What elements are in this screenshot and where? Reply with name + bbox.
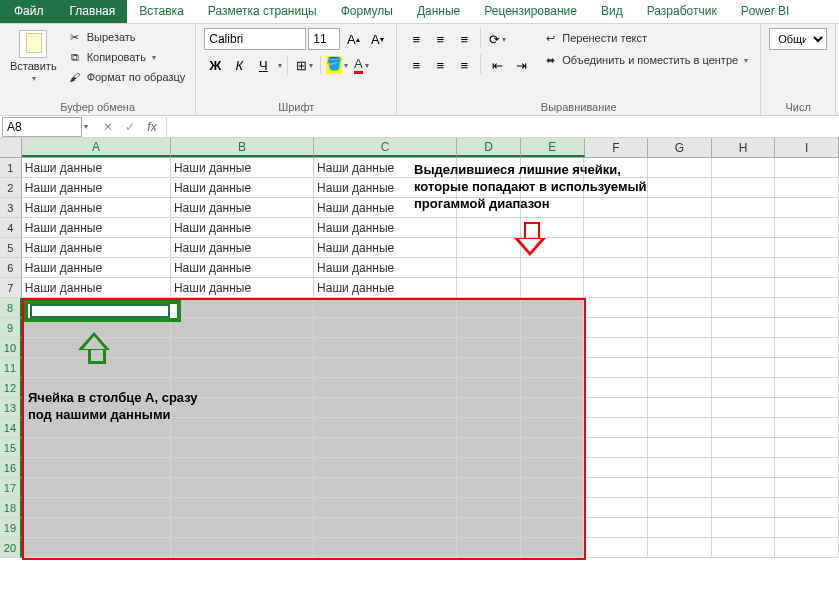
row-header[interactable]: 12: [0, 378, 22, 398]
decrease-font-button[interactable]: A▾: [366, 28, 388, 50]
cell[interactable]: [584, 418, 648, 438]
cell[interactable]: [584, 358, 648, 378]
cell[interactable]: [712, 398, 776, 418]
cell[interactable]: Наши данные: [171, 198, 314, 218]
cell[interactable]: [521, 318, 585, 338]
cell[interactable]: [648, 258, 712, 278]
cell[interactable]: [457, 498, 521, 518]
tab-powerbi[interactable]: Power BI: [729, 0, 802, 23]
cell[interactable]: [712, 158, 776, 178]
row-header[interactable]: 6: [0, 258, 22, 278]
cell[interactable]: Наши данные: [22, 198, 171, 218]
cell[interactable]: [648, 378, 712, 398]
cell[interactable]: [712, 458, 776, 478]
cell[interactable]: [712, 358, 776, 378]
increase-indent-button[interactable]: ⇥: [510, 54, 532, 76]
align-middle-button[interactable]: ≡: [429, 28, 451, 50]
cell[interactable]: [648, 418, 712, 438]
cell[interactable]: [171, 338, 314, 358]
cell[interactable]: [648, 278, 712, 298]
cell[interactable]: [171, 538, 314, 558]
cell[interactable]: [171, 298, 314, 318]
cell[interactable]: Наши данные: [22, 258, 171, 278]
chevron-down-icon[interactable]: ▾: [84, 122, 88, 131]
cell[interactable]: [775, 218, 839, 238]
cell[interactable]: [648, 318, 712, 338]
cell[interactable]: [314, 538, 457, 558]
cell[interactable]: [314, 338, 457, 358]
cell[interactable]: [457, 458, 521, 478]
cell[interactable]: [521, 478, 585, 498]
row-header[interactable]: 8: [0, 298, 22, 318]
cell[interactable]: [648, 298, 712, 318]
cell[interactable]: [648, 218, 712, 238]
row-header[interactable]: 4: [0, 218, 22, 238]
cell[interactable]: [648, 398, 712, 418]
wrap-text-button[interactable]: ↩ Перенести текст: [538, 28, 752, 48]
cell[interactable]: [775, 438, 839, 458]
italic-button[interactable]: К: [228, 54, 250, 76]
align-top-button[interactable]: ≡: [405, 28, 427, 50]
cell[interactable]: Наши данные: [171, 158, 314, 178]
cell[interactable]: [775, 338, 839, 358]
cell[interactable]: [712, 238, 776, 258]
align-right-button[interactable]: ≡: [453, 54, 475, 76]
row-header[interactable]: 1: [0, 158, 22, 178]
cell[interactable]: [584, 478, 648, 498]
cell[interactable]: [521, 458, 585, 478]
cell[interactable]: Наши данные: [314, 278, 457, 298]
cell[interactable]: [584, 498, 648, 518]
cell[interactable]: [775, 378, 839, 398]
cell[interactable]: [648, 518, 712, 538]
cell[interactable]: [648, 458, 712, 478]
cell[interactable]: [712, 298, 776, 318]
cell[interactable]: [171, 438, 314, 458]
cell[interactable]: [775, 298, 839, 318]
cell[interactable]: [775, 498, 839, 518]
cell[interactable]: [584, 438, 648, 458]
cell[interactable]: [584, 298, 648, 318]
cell[interactable]: [712, 318, 776, 338]
cell[interactable]: [775, 318, 839, 338]
cell[interactable]: [171, 498, 314, 518]
enter-formula-button[interactable]: ✓: [120, 117, 140, 137]
row-header[interactable]: 19: [0, 518, 22, 538]
cell[interactable]: [457, 298, 521, 318]
row-header[interactable]: 7: [0, 278, 22, 298]
cell[interactable]: [648, 438, 712, 458]
cell[interactable]: [457, 358, 521, 378]
row-header[interactable]: 3: [0, 198, 22, 218]
cell[interactable]: [584, 378, 648, 398]
cell[interactable]: [521, 358, 585, 378]
select-all-corner[interactable]: [0, 138, 22, 157]
cell[interactable]: [171, 518, 314, 538]
bold-button[interactable]: Ж: [204, 54, 226, 76]
cell[interactable]: [457, 418, 521, 438]
cell[interactable]: [171, 458, 314, 478]
cell[interactable]: [521, 418, 585, 438]
cell[interactable]: Наши данные: [22, 218, 171, 238]
cell[interactable]: [584, 278, 648, 298]
cell[interactable]: Наши данные: [22, 178, 171, 198]
tab-formulas[interactable]: Формулы: [329, 0, 405, 23]
cell[interactable]: [584, 338, 648, 358]
cell[interactable]: [712, 218, 776, 238]
cell[interactable]: Наши данные: [314, 258, 457, 278]
cell[interactable]: [521, 398, 585, 418]
cell[interactable]: [712, 198, 776, 218]
cell[interactable]: [457, 398, 521, 418]
font-color-button[interactable]: A▾: [350, 54, 372, 76]
row-header[interactable]: 11: [0, 358, 22, 378]
cell[interactable]: Наши данные: [171, 278, 314, 298]
col-header-A[interactable]: A: [22, 138, 171, 157]
format-painter-button[interactable]: 🖌 Формат по образцу: [65, 68, 188, 86]
col-header-E[interactable]: E: [521, 138, 585, 157]
tab-insert[interactable]: Вставка: [127, 0, 196, 23]
cell[interactable]: [457, 338, 521, 358]
row-header[interactable]: 20: [0, 538, 22, 558]
cell[interactable]: [775, 458, 839, 478]
increase-font-button[interactable]: A▴: [342, 28, 364, 50]
cell[interactable]: [648, 538, 712, 558]
cell[interactable]: [314, 478, 457, 498]
cell[interactable]: [712, 478, 776, 498]
